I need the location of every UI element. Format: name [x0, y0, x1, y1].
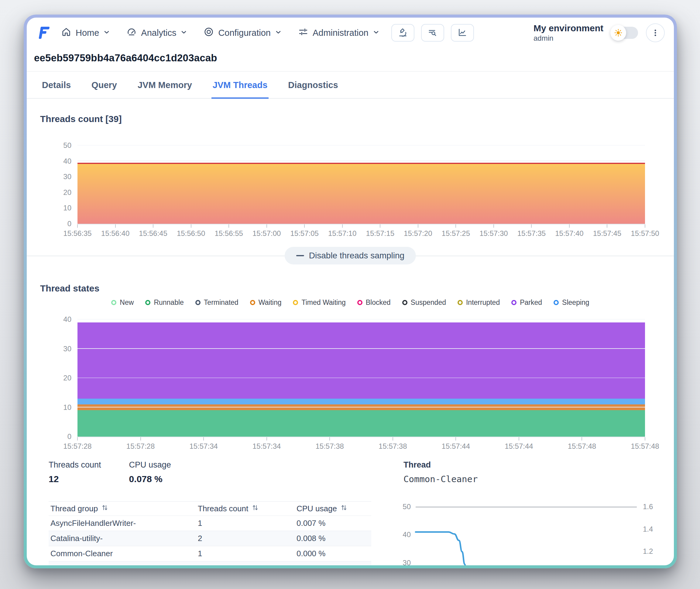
cpu-usage-cell: 0.008 % — [296, 534, 371, 543]
x-axis-tick — [203, 437, 204, 440]
nav-item-analytics[interactable]: Analytics — [126, 26, 187, 39]
legend-item-blocked[interactable]: Blocked — [357, 299, 391, 307]
tool-button-metrics[interactable] — [451, 24, 474, 42]
sort-icon[interactable] — [101, 504, 109, 514]
x-axis-label: 15:57:45 — [593, 229, 621, 238]
page-title: ee5eb59759bb4a76a6404cc1d203acab — [27, 48, 674, 71]
thread-states-xaxis: 15:57:2815:57:2815:57:3415:57:3415:57:38… — [78, 437, 645, 452]
thread-group-cell: AsyncFileHandlerWriter- — [50, 519, 198, 528]
kebab-menu-button[interactable] — [646, 23, 665, 42]
tab-query[interactable]: Query — [90, 72, 118, 99]
nav-item-label: Home — [76, 28, 99, 38]
app-window: HomeAnalyticsConfigurationAdministration… — [24, 15, 677, 568]
y-axis-right-label: 1.2 — [643, 547, 653, 556]
nav-item-label: Analytics — [141, 28, 176, 38]
disable-threads-sampling-button[interactable]: Disable threads sampling — [285, 247, 416, 264]
tab-details[interactable]: Details — [41, 72, 72, 99]
tool-button-log-search[interactable] — [421, 24, 444, 42]
legend-item-interrupted[interactable]: Interrupted — [457, 299, 500, 307]
x-axis-tick — [380, 224, 380, 228]
cpu-usage-cell: 0.007 % — [296, 519, 371, 528]
legend-label: Interrupted — [466, 299, 500, 307]
cpu-usage-stat-label: CPU usage — [129, 460, 171, 470]
x-axis-tick — [519, 437, 519, 440]
x-axis-tick — [115, 224, 116, 228]
legend-item-sleeping[interactable]: Sleeping — [554, 299, 589, 307]
x-axis-label: 15:57:50 — [631, 229, 659, 238]
x-axis-label: 15:57:34 — [253, 442, 281, 450]
legend-ring-icon — [111, 300, 116, 305]
y-axis-left-label: 40 — [403, 531, 411, 539]
thread-line-series — [416, 507, 637, 565]
legend-label: Parked — [520, 299, 542, 307]
thread-states-plot: 010203040 — [78, 320, 645, 437]
home-icon — [61, 26, 72, 39]
x-axis-label: 15:57:20 — [404, 229, 432, 238]
column-header-threads-count[interactable]: Threads count — [198, 504, 296, 514]
y-axis-right-label: 1.6 — [643, 503, 653, 511]
legend-item-runnable[interactable]: Runnable — [145, 299, 183, 307]
table-row-partial[interactable] — [48, 561, 371, 565]
thread-detail-panel: Thread Common-Cleaner 5040301.61.41.2 — [404, 460, 665, 565]
x-axis-tick — [304, 224, 305, 228]
gridline — [78, 378, 645, 378]
chevron-down-icon — [180, 28, 187, 38]
nav-item-configuration[interactable]: Configuration — [203, 26, 282, 39]
sliders-icon — [298, 26, 309, 39]
column-header-cpu-usage[interactable]: CPU usage — [296, 504, 371, 514]
thread-detail-label: Thread — [404, 460, 665, 470]
table-row[interactable]: AsyncFileHandlerWriter-10.007 % — [48, 516, 371, 531]
legend-item-terminated[interactable]: Terminated — [195, 299, 239, 307]
legend-label: Suspended — [411, 299, 446, 307]
gridline — [78, 145, 645, 146]
tab-diagnostics[interactable]: Diagnostics — [287, 72, 339, 99]
legend-ring-icon — [554, 300, 559, 305]
threads-count-cell: 1 — [198, 519, 296, 528]
x-axis-tick — [77, 437, 78, 440]
nav-item-home[interactable]: Home — [61, 26, 110, 39]
x-axis-label: 15:57:38 — [379, 442, 407, 450]
brand-f-icon — [35, 25, 50, 41]
threads-count-cell: 2 — [198, 534, 296, 543]
sort-icon[interactable] — [340, 504, 348, 514]
theme-toggle-knob — [610, 25, 626, 41]
x-axis-label: 15:57:28 — [126, 442, 155, 450]
column-header-thread-group[interactable]: Thread group — [50, 504, 198, 514]
legend-ring-icon — [195, 300, 200, 305]
column-header-label: Thread group — [50, 504, 98, 514]
y-axis-left-label: 50 — [403, 503, 411, 511]
y-axis-label: 10 — [63, 403, 72, 412]
table-row[interactable]: Common-Cleaner10.000 % — [48, 546, 371, 561]
x-axis-tick — [531, 224, 532, 228]
tool-button-microscope[interactable] — [391, 24, 414, 42]
thread-groups-panel: Threads count 12 CPU usage 0.078 % Threa… — [48, 460, 371, 565]
tab-jvm-memory[interactable]: JVM Memory — [136, 72, 193, 99]
legend-item-new[interactable]: New — [111, 299, 134, 307]
thread-states-chart: 010203040 15:57:2815:57:2815:57:3415:57:… — [78, 320, 645, 437]
x-axis-tick — [77, 224, 78, 228]
nav-item-administration[interactable]: Administration — [298, 26, 380, 39]
x-axis-label: 15:56:45 — [139, 229, 167, 238]
legend-label: Timed Waiting — [301, 299, 345, 307]
legend-ring-icon — [293, 300, 298, 305]
theme-toggle[interactable] — [611, 27, 638, 39]
table-row[interactable]: Catalina-utility-20.008 % — [48, 531, 371, 546]
x-axis-label: 15:57:28 — [63, 442, 92, 450]
x-axis-tick — [455, 437, 456, 440]
legend-item-timed-waiting[interactable]: Timed Waiting — [293, 299, 345, 307]
x-axis-tick — [645, 224, 645, 228]
x-axis-tick — [393, 437, 393, 440]
legend-item-suspended[interactable]: Suspended — [402, 299, 446, 307]
state-band-runnable — [78, 410, 645, 437]
legend-ring-icon — [145, 300, 150, 305]
x-axis-tick — [455, 224, 456, 228]
app-logo[interactable] — [35, 25, 50, 41]
sort-icon[interactable] — [251, 504, 259, 514]
x-axis-label: 15:57:25 — [442, 229, 470, 238]
legend-item-parked[interactable]: Parked — [511, 299, 542, 307]
legend-item-waiting[interactable]: Waiting — [250, 299, 282, 307]
chevron-down-icon — [373, 28, 380, 38]
tab-jvm-threads[interactable]: JVM Threads — [212, 72, 269, 99]
gridline — [78, 161, 645, 161]
gridline — [78, 407, 645, 407]
